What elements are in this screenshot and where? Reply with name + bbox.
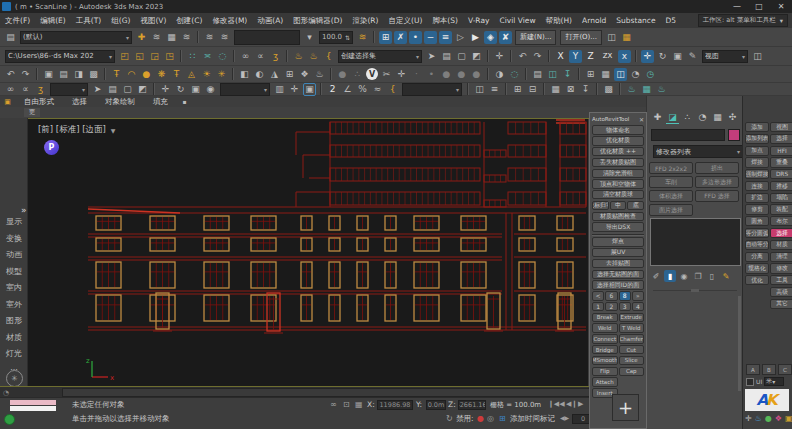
sun-icon[interactable]: ☀ — [200, 68, 213, 81]
angle-snap-icon[interactable]: ∠ — [341, 83, 354, 96]
axis-xy-button[interactable]: x — [618, 50, 631, 63]
viewcube-icon[interactable]: ▤ — [57, 68, 70, 81]
geo-box-icon[interactable]: ◧ — [238, 68, 251, 81]
ak-button-1-0[interactable]: 添加列表 — [745, 134, 769, 144]
arv-button-5[interactable]: 顶点和空物体 — [592, 179, 644, 188]
explorer-icon[interactable]: ▤ — [531, 68, 544, 81]
scale-tool-icon[interactable]: ▣ — [671, 50, 684, 63]
teapot-a-icon[interactable]: ♨ — [292, 50, 305, 63]
light-pole-icon[interactable]: Ŧ — [110, 68, 123, 81]
save-icon[interactable]: ◫ — [605, 31, 618, 44]
use-center-icon[interactable]: ▥ — [273, 83, 286, 96]
sidebar-item-3[interactable]: 模型 — [0, 266, 28, 278]
isolate-icon[interactable]: ∞ — [330, 400, 337, 409]
snap-toggle-icon[interactable]: 2 — [326, 83, 339, 96]
clock-b-icon[interactable]: ◷ — [644, 68, 657, 81]
named-sets-dropdown[interactable]: ▾ — [402, 83, 462, 96]
modifier-list-dropdown[interactable]: 修改器列表 ▾ — [653, 145, 743, 158]
lasso-icon[interactable]: ◌ — [508, 68, 521, 81]
sidebar-expander[interactable]: » — [21, 205, 26, 215]
menu-item-15[interactable]: Arnold — [577, 16, 611, 26]
cursor-a-icon[interactable]: ▷ — [454, 31, 467, 44]
curve-ed-toggle-icon[interactable]: ⊠ — [564, 83, 577, 96]
arv-seg-16-0[interactable]: < — [592, 291, 604, 300]
green-ball-icon[interactable]: ● — [765, 414, 772, 423]
dropdown-arrow-icon[interactable]: ▾ — [303, 31, 316, 44]
helper-grid-icon[interactable]: ⊞ — [283, 68, 296, 81]
project-path-dropdown[interactable]: C:\Users\86-·ds Max 202▾ — [5, 50, 115, 63]
ak-button-9-0[interactable]: 等分圆弧 — [745, 228, 769, 238]
open-button[interactable]: 打开(O)... — [560, 30, 602, 45]
gear-icon[interactable]: ✳ — [6, 370, 23, 387]
arv-button-3[interactable]: 丢失材质贴图 — [592, 158, 644, 167]
street-light-icon[interactable]: Ŧ — [170, 68, 183, 81]
viewport-label[interactable]: [前] [标准] [边面] — [38, 124, 106, 136]
move-tool-icon[interactable]: ✛ — [493, 50, 506, 63]
ribbon-tab-1[interactable]: 选择 — [63, 97, 96, 107]
arv-seg-17-1[interactable]: 2 — [605, 302, 617, 311]
pin-stack-icon[interactable]: ✐ — [650, 270, 662, 282]
region-rect-icon[interactable]: ▢ — [121, 83, 134, 96]
arv-quad-22-1[interactable]: Slice — [619, 356, 645, 365]
degrade-icon[interactable]: ↻ — [446, 414, 453, 423]
render-setup-icon[interactable]: ♨ — [625, 83, 638, 96]
object-name-field[interactable] — [651, 129, 725, 141]
folder-d-icon[interactable]: ◳ — [163, 50, 176, 63]
snap-line-icon[interactable]: − — [424, 31, 437, 44]
sidebar-item-1[interactable]: 变换 — [0, 233, 28, 245]
ak-button-0-1[interactable]: 视图 — [770, 122, 792, 132]
arv-button-9[interactable]: 导出DSX — [592, 222, 644, 231]
new-button[interactable]: 新建(N)... — [515, 30, 556, 45]
render-frame-icon[interactable]: ▦ — [640, 83, 653, 96]
arv-seg-7-0[interactable]: 坐标归零 — [592, 201, 609, 210]
dots-icon[interactable]: ∴ — [351, 68, 364, 81]
filter-funnel-icon[interactable]: ▼ — [111, 127, 116, 134]
menu-item-16[interactable]: Substance — [611, 16, 660, 26]
select-link-icon[interactable]: ∞ — [4, 83, 17, 96]
close-icon[interactable]: ✕ — [639, 116, 644, 123]
schematic-view-icon[interactable]: ↧ — [579, 83, 592, 96]
menu-item-12[interactable]: V-Ray — [463, 16, 494, 26]
listener-green-icon[interactable] — [4, 414, 15, 425]
render-production-icon[interactable]: ♨ — [655, 83, 668, 96]
hand-icon[interactable]: ❖ — [298, 68, 311, 81]
panel-scrollbar[interactable] — [738, 296, 741, 391]
soft-select-icon[interactable]: ◌ — [216, 50, 229, 63]
menu-item-10[interactable]: 自定义(U) — [383, 16, 427, 26]
placement-icon[interactable]: ◉ — [204, 83, 217, 96]
sidebar-item-7[interactable]: 材质 — [0, 332, 28, 344]
keyboard-override-icon[interactable]: ▣ — [303, 83, 316, 96]
rotate-tool-icon[interactable]: ↻ — [656, 50, 669, 63]
arv-button-15[interactable]: 选择相同ID的面 — [592, 280, 644, 289]
tab-create[interactable]: ✚ — [651, 110, 664, 123]
ak-tab-c[interactable]: C — [778, 364, 792, 375]
pick-object-icon[interactable]: ▦ — [165, 31, 178, 44]
autosave-icon[interactable]: ◫ — [614, 68, 627, 81]
y-coord-field[interactable]: 0.0m — [426, 400, 446, 410]
preset-dropdown[interactable]: (默认)▾ — [20, 31, 132, 44]
ak-button-7-0[interactable]: 修剪 — [745, 204, 769, 214]
ak-button-2-1[interactable]: HFI — [770, 146, 792, 156]
menu-item-7[interactable]: 动画(A) — [252, 16, 288, 26]
import-down-icon[interactable]: ↧ — [561, 68, 574, 81]
ak-button-3-1[interactable]: 重叠 — [770, 157, 792, 167]
play-icon[interactable]: ▶ — [578, 400, 583, 408]
big-plus-button[interactable]: + — [612, 394, 639, 421]
ak-button-11-0[interactable]: 分离 — [745, 252, 769, 262]
ak-button-1-1[interactable]: 选择 — [770, 134, 792, 144]
arv-seg-16-3[interactable]: » — [632, 291, 644, 300]
tab-hierarchy[interactable]: ∴ — [681, 110, 694, 123]
dot3-icon[interactable]: ● — [440, 68, 453, 81]
folder-a-icon[interactable]: ◰ — [118, 50, 131, 63]
geo-pyramid-icon[interactable]: ◮ — [268, 68, 281, 81]
cursor-b-icon[interactable]: ▶ — [469, 31, 482, 44]
arv-quad-20-0[interactable]: Connect — [592, 334, 618, 343]
geo-sphere-icon[interactable]: ◐ — [253, 68, 266, 81]
vray-logo[interactable]: V — [366, 68, 378, 80]
pink-tool-icon[interactable]: ❖ — [775, 414, 782, 423]
main-rotate-icon[interactable]: ↻ — [174, 83, 187, 96]
arv-quad-22-0[interactable]: MSmooth — [592, 356, 618, 365]
arv-quad-19-1[interactable]: T Weld — [619, 323, 645, 332]
ak-button-14-1[interactable]: 高级 — [770, 287, 792, 297]
menu-item-4[interactable]: 视图(V) — [135, 16, 171, 26]
